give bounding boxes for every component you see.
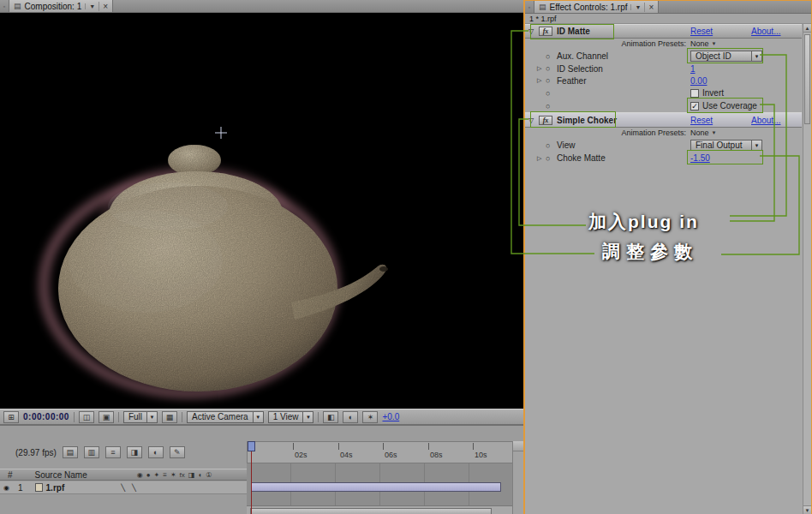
layer-row[interactable]: ◉ 1 1.rpf ╲ ╲ — [0, 481, 247, 494]
grid-options-icon[interactable]: ⊞ — [3, 411, 19, 423]
fx-badge-icon[interactable]: fx — [539, 116, 552, 125]
property-row-id-selection: ▷ ○ ID Selection 1 — [525, 63, 802, 75]
camera-dropdown[interactable]: Active Camera ▼ — [187, 411, 264, 423]
stopwatch-icon[interactable]: ○ — [546, 52, 557, 61]
ruler-tick: 06s — [385, 451, 397, 459]
scroll-down-icon[interactable]: ▼ — [803, 505, 811, 514]
view-dropdown[interactable]: Final Output ▼ — [690, 140, 762, 151]
frame-blend-switch-icon[interactable]: ◨ — [188, 471, 195, 479]
safe-zones-icon[interactable]: ▦ — [162, 411, 177, 423]
magnification-dropdown[interactable]: Full ▼ — [123, 411, 158, 423]
effect-controls-scrollbar[interactable]: ▲ ▼ — [803, 24, 811, 514]
choke-matte-value[interactable]: -1.50 — [690, 153, 710, 163]
graph-editor-icon[interactable]: ✎ — [170, 446, 185, 458]
fx-switch-icon[interactable]: fx — [180, 471, 185, 479]
expander-open-icon[interactable]: ▽ — [528, 27, 539, 35]
fps-display[interactable]: (29.97 fps) — [15, 448, 57, 457]
id-selection-label: ID Selection — [557, 64, 603, 74]
layer-file-icon — [35, 483, 43, 492]
exposure-value[interactable]: +0.0 — [382, 412, 399, 421]
timeline-ruler[interactable]: 02s 04s 06s 08s 10s — [247, 441, 512, 463]
ruler-tick: 04s — [340, 451, 353, 459]
current-time-display[interactable]: 0:00:00:00 — [23, 412, 69, 421]
stopwatch-icon[interactable]: ○ — [546, 154, 557, 163]
exposure-icon[interactable]: ✶ — [362, 411, 378, 423]
column-index-header[interactable]: # — [8, 470, 13, 480]
layer-quality-icon[interactable]: ╲ — [121, 484, 125, 492]
reset-link-simple-choker[interactable]: Reset — [690, 116, 713, 125]
layer-duration-bar[interactable] — [251, 482, 501, 492]
effect-controls-tab-menu-icon[interactable]: ▼ — [630, 4, 641, 10]
effect-controls-panel: ▪ ▤ Effect Controls: 1.rpf ▼ × 1 * 1.rpf… — [523, 0, 812, 514]
reset-link-id-matte[interactable]: Reset — [690, 27, 713, 36]
effect-controls-breadcrumb: 1 * 1.rpf — [525, 14, 811, 24]
about-link-id-matte[interactable]: About... — [751, 27, 780, 36]
animation-presets-dropdown[interactable]: None ▼ — [690, 128, 716, 137]
comp-tab-menu-icon[interactable]: ▼ — [85, 3, 95, 9]
comp-toolbar: ⊞ 0:00:00:00 ◫ ▣ Full ▼ ▦ Active Camera … — [0, 409, 523, 424]
stopwatch-icon[interactable]: ○ — [546, 102, 557, 111]
effect-controls-tab-close-icon[interactable]: × — [644, 3, 654, 12]
feather-value[interactable]: 0.00 — [690, 76, 707, 86]
about-link-simple-choker[interactable]: About... — [751, 116, 780, 125]
tab-composition[interactable]: ▤ Composition: 1 ▼ × — [9, 0, 113, 12]
timeline-track-area[interactable] — [247, 463, 512, 505]
three-d-switch-icon[interactable]: ① — [206, 471, 212, 479]
current-time-indicator[interactable] — [248, 441, 255, 514]
stopwatch-icon[interactable]: ○ — [546, 141, 557, 150]
lock-icon[interactable]: ✦ — [154, 471, 160, 479]
dropdown-arrow-icon: ▼ — [712, 41, 717, 46]
flowchart-icon[interactable]: ▤ — [63, 446, 78, 458]
expander-closed-icon[interactable]: ▷ — [537, 65, 546, 72]
snapshot-icon[interactable]: ◫ — [79, 411, 94, 423]
hscroll-thumb[interactable] — [250, 508, 492, 514]
view-layout-dropdown[interactable]: 1 View ▼ — [268, 411, 314, 423]
av-features-icon[interactable]: ◉ — [137, 471, 143, 479]
comp-tab-close-icon[interactable]: × — [99, 2, 108, 11]
scrollbar-thumb[interactable] — [804, 34, 810, 124]
column-source-name-header[interactable]: Source Name — [35, 470, 87, 480]
show-snapshot-icon[interactable]: ▣ — [99, 411, 114, 423]
expander-closed-icon[interactable]: ▷ — [537, 155, 546, 162]
expander-closed-icon[interactable]: ▷ — [537, 77, 546, 84]
pixel-aspect-icon[interactable]: ◧ — [323, 411, 338, 423]
tab-effect-controls[interactable]: ▤ Effect Controls: 1.rpf ▼ × — [534, 1, 659, 13]
layer-name[interactable]: 1.rpf — [46, 483, 65, 493]
dropdown-arrow-icon: ▼ — [712, 130, 717, 135]
composition-viewer[interactable] — [0, 13, 523, 409]
solo-icon[interactable]: ● — [146, 471, 151, 479]
collapse-icon[interactable]: ✶ — [170, 471, 176, 479]
expander-open-icon[interactable]: ▽ — [528, 117, 539, 124]
hide-shy-icon[interactable]: ≡ — [105, 446, 121, 458]
animation-presets-dropdown[interactable]: None ▼ — [690, 39, 716, 48]
aux-channel-dropdown[interactable]: Object ID ▼ — [690, 51, 762, 62]
shy-icon[interactable]: ≡ — [163, 471, 167, 479]
motion-blur-icon[interactable]: ◐ — [148, 446, 164, 458]
motion-blur-switch-icon[interactable]: ◐ — [198, 471, 202, 479]
layer-fx-icon[interactable]: ╲ — [132, 484, 136, 492]
property-row-use-coverage: ○ ✓ Use Coverage — [525, 99, 802, 112]
id-selection-value[interactable]: 1 — [690, 64, 696, 74]
frame-blend-icon[interactable]: ◨ — [127, 446, 142, 458]
stopwatch-icon[interactable]: ○ — [546, 64, 557, 73]
animation-presets-value: None — [690, 128, 709, 137]
scroll-up-icon[interactable]: ▲ — [803, 24, 811, 33]
use-coverage-checkbox[interactable]: ✓ — [690, 102, 699, 111]
effect-header-id-matte[interactable]: ▽ fx ID Matte Reset About... — [525, 24, 802, 39]
cti-handle[interactable] — [248, 441, 255, 451]
invert-checkbox[interactable] — [690, 89, 699, 98]
panel-grip-icon[interactable]: ▪ — [525, 1, 534, 13]
fast-previews-icon[interactable]: ◐ — [343, 411, 358, 423]
layer-eye-icon[interactable]: ◉ — [3, 484, 9, 492]
aux-channel-value: Object ID — [691, 51, 751, 61]
timeline-horizontal-scrollbar[interactable] — [247, 505, 512, 514]
toolbar-divider — [318, 412, 319, 422]
stopwatch-icon[interactable]: ○ — [546, 89, 557, 98]
panel-grip-icon[interactable]: ▪ — [0, 0, 9, 12]
effect-header-simple-choker[interactable]: ▽ fx Simple Choker Reset About... — [525, 112, 802, 128]
stopwatch-icon[interactable]: ○ — [546, 76, 557, 85]
effect-name-id-matte: ID Matte — [557, 27, 590, 36]
comp-marker-bin-button[interactable] — [513, 441, 523, 451]
draft-3d-icon[interactable]: ▥ — [84, 446, 99, 458]
fx-badge-icon[interactable]: fx — [539, 27, 552, 36]
